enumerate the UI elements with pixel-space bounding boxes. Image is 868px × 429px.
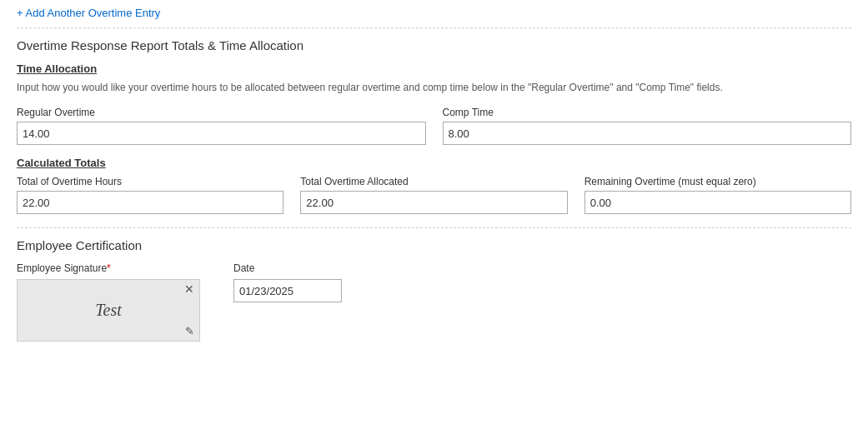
calculated-totals-row: Total of Overtime Hours Total Overtime A… (17, 176, 851, 214)
total-ot-hours-group: Total of Overtime Hours (17, 176, 283, 214)
regular-overtime-group: Regular Overtime (17, 107, 426, 145)
employee-cert-section: Employee Certification Employee Signatur… (17, 227, 851, 342)
signature-display: Test (95, 301, 122, 320)
remaining-ot-group: Remaining Overtime (must equal zero) (585, 176, 851, 214)
signature-group: Employee Signature* ✕ Test ✎ (17, 262, 200, 342)
total-ot-hours-label: Total of Overtime Hours (17, 176, 283, 187)
total-ot-hours-input[interactable] (17, 191, 283, 214)
time-allocation-instruction: Input how you would like your overtime h… (17, 82, 851, 93)
employee-cert-title: Employee Certification (17, 238, 851, 252)
total-ot-allocated-group: Total Overtime Allocated (300, 176, 567, 214)
date-label: Date (233, 262, 342, 274)
time-allocation-subsection: Time Allocation Input how you would like… (17, 62, 851, 145)
comp-time-group: Comp Time (443, 107, 852, 145)
totals-section: Overtime Response Report Totals & Time A… (17, 27, 851, 214)
time-allocation-heading: Time Allocation (17, 62, 851, 75)
comp-time-input[interactable] (443, 122, 852, 145)
comp-time-label: Comp Time (443, 107, 852, 118)
regular-overtime-input[interactable] (17, 122, 426, 145)
regular-overtime-label: Regular Overtime (17, 107, 426, 118)
signature-edit-icon[interactable]: ✎ (185, 325, 194, 337)
remaining-ot-label: Remaining Overtime (must equal zero) (585, 176, 851, 187)
date-group: Date (233, 262, 342, 302)
signature-area[interactable]: ✕ Test ✎ (17, 279, 200, 342)
total-ot-allocated-input[interactable] (300, 191, 567, 214)
remaining-ot-input[interactable] (585, 191, 851, 214)
signature-label: Employee Signature* (17, 262, 200, 274)
add-overtime-entry-link[interactable]: + Add Another Overtime Entry (17, 7, 160, 19)
calculated-totals-heading: Calculated Totals (17, 157, 851, 169)
time-allocation-row: Regular Overtime Comp Time (17, 107, 851, 145)
cert-row: Employee Signature* ✕ Test ✎ Date (17, 262, 851, 342)
totals-section-title: Overtime Response Report Totals & Time A… (17, 38, 851, 52)
signature-close-icon[interactable]: ✕ (184, 283, 194, 295)
date-input[interactable] (233, 279, 342, 302)
total-ot-allocated-label: Total Overtime Allocated (300, 176, 567, 187)
calculated-totals-subsection: Calculated Totals Total of Overtime Hour… (17, 157, 851, 214)
